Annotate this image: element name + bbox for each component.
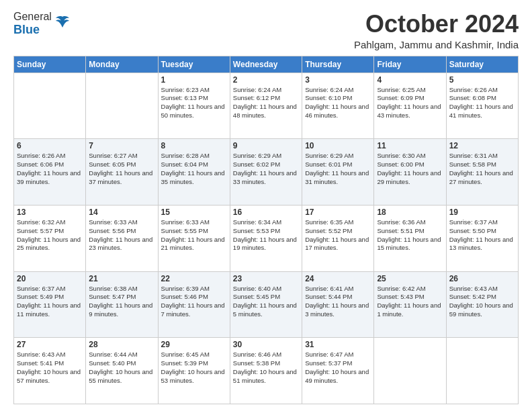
day-number: 21 xyxy=(89,274,154,283)
logo-text: General Blue xyxy=(13,11,52,37)
table-row: 16Sunrise: 6:34 AM Sunset: 5:53 PM Dayli… xyxy=(230,205,302,271)
table-row: 9Sunrise: 6:29 AM Sunset: 6:02 PM Daylig… xyxy=(230,139,302,205)
table-row xyxy=(446,338,518,404)
col-wednesday: Wednesday xyxy=(230,56,302,73)
table-row: 1Sunrise: 6:23 AM Sunset: 6:13 PM Daylig… xyxy=(158,73,230,139)
table-row: 7Sunrise: 6:27 AM Sunset: 6:05 PM Daylig… xyxy=(86,139,158,205)
cell-info: Sunrise: 6:39 AM Sunset: 5:46 PM Dayligh… xyxy=(161,285,227,319)
table-row: 8Sunrise: 6:28 AM Sunset: 6:04 PM Daylig… xyxy=(158,139,230,205)
table-row xyxy=(374,338,446,404)
day-number: 19 xyxy=(449,208,515,217)
day-number: 14 xyxy=(89,208,154,217)
day-number: 1 xyxy=(161,75,227,85)
cell-info: Sunrise: 6:32 AM Sunset: 5:57 PM Dayligh… xyxy=(17,218,83,253)
day-number: 26 xyxy=(449,274,515,283)
table-row: 14Sunrise: 6:33 AM Sunset: 5:56 PM Dayli… xyxy=(86,205,158,271)
cell-info: Sunrise: 6:37 AM Sunset: 5:50 PM Dayligh… xyxy=(449,218,515,253)
table-row: 2Sunrise: 6:24 AM Sunset: 6:12 PM Daylig… xyxy=(230,73,302,139)
cell-info: Sunrise: 6:33 AM Sunset: 5:56 PM Dayligh… xyxy=(89,218,154,253)
day-number: 29 xyxy=(161,340,227,349)
cell-info: Sunrise: 6:23 AM Sunset: 6:13 PM Dayligh… xyxy=(161,86,227,120)
calendar-header: Sunday Monday Tuesday Wednesday Thursday… xyxy=(14,56,519,73)
day-number: 7 xyxy=(89,141,154,150)
day-number: 5 xyxy=(449,75,515,85)
table-row: 6Sunrise: 6:26 AM Sunset: 6:06 PM Daylig… xyxy=(14,139,86,205)
title-block: October 2024 Pahlgam, Jammu and Kashmir,… xyxy=(354,11,519,50)
cell-info: Sunrise: 6:27 AM Sunset: 6:05 PM Dayligh… xyxy=(89,152,154,186)
day-number: 6 xyxy=(17,141,83,150)
table-row xyxy=(86,73,158,139)
location-title: Pahlgam, Jammu and Kashmir, India xyxy=(354,39,519,50)
cell-info: Sunrise: 6:38 AM Sunset: 5:47 PM Dayligh… xyxy=(89,285,154,319)
day-number: 8 xyxy=(161,141,227,150)
cell-info: Sunrise: 6:24 AM Sunset: 6:12 PM Dayligh… xyxy=(233,86,299,120)
table-row: 23Sunrise: 6:40 AM Sunset: 5:45 PM Dayli… xyxy=(230,271,302,338)
table-row: 3Sunrise: 6:24 AM Sunset: 6:10 PM Daylig… xyxy=(302,73,374,139)
day-number: 20 xyxy=(17,274,83,283)
day-number: 24 xyxy=(305,274,371,283)
day-number: 31 xyxy=(305,340,371,349)
calendar: Sunday Monday Tuesday Wednesday Thursday… xyxy=(13,56,519,404)
table-row: 21Sunrise: 6:38 AM Sunset: 5:47 PM Dayli… xyxy=(86,271,158,338)
logo-blue: Blue xyxy=(13,23,40,36)
calendar-week-row: 6Sunrise: 6:26 AM Sunset: 6:06 PM Daylig… xyxy=(14,139,519,205)
col-thursday: Thursday xyxy=(302,56,374,73)
cell-info: Sunrise: 6:33 AM Sunset: 5:55 PM Dayligh… xyxy=(161,218,227,253)
table-row: 19Sunrise: 6:37 AM Sunset: 5:50 PM Dayli… xyxy=(446,205,518,271)
table-row: 31Sunrise: 6:47 AM Sunset: 5:37 PM Dayli… xyxy=(302,338,374,404)
cell-info: Sunrise: 6:30 AM Sunset: 6:00 PM Dayligh… xyxy=(377,152,443,186)
col-monday: Monday xyxy=(86,56,158,73)
col-friday: Friday xyxy=(374,56,446,73)
cell-info: Sunrise: 6:37 AM Sunset: 5:49 PM Dayligh… xyxy=(17,285,83,319)
cell-info: Sunrise: 6:28 AM Sunset: 6:04 PM Dayligh… xyxy=(161,152,227,186)
day-number: 22 xyxy=(161,274,227,283)
day-number: 28 xyxy=(89,340,154,349)
cell-info: Sunrise: 6:46 AM Sunset: 5:38 PM Dayligh… xyxy=(233,351,299,385)
day-number: 10 xyxy=(305,141,371,150)
day-number: 2 xyxy=(233,75,299,85)
table-row: 15Sunrise: 6:33 AM Sunset: 5:55 PM Dayli… xyxy=(158,205,230,271)
day-number: 23 xyxy=(233,274,299,283)
table-row: 13Sunrise: 6:32 AM Sunset: 5:57 PM Dayli… xyxy=(14,205,86,271)
table-row: 18Sunrise: 6:36 AM Sunset: 5:51 PM Dayli… xyxy=(374,205,446,271)
table-row: 30Sunrise: 6:46 AM Sunset: 5:38 PM Dayli… xyxy=(230,338,302,404)
cell-info: Sunrise: 6:40 AM Sunset: 5:45 PM Dayligh… xyxy=(233,285,299,319)
calendar-week-row: 20Sunrise: 6:37 AM Sunset: 5:49 PM Dayli… xyxy=(14,271,519,338)
cell-info: Sunrise: 6:47 AM Sunset: 5:37 PM Dayligh… xyxy=(305,351,371,385)
col-tuesday: Tuesday xyxy=(158,56,230,73)
day-number: 27 xyxy=(17,340,83,349)
cell-info: Sunrise: 6:41 AM Sunset: 5:44 PM Dayligh… xyxy=(305,285,371,319)
cell-info: Sunrise: 6:34 AM Sunset: 5:53 PM Dayligh… xyxy=(233,218,299,253)
cell-info: Sunrise: 6:26 AM Sunset: 6:08 PM Dayligh… xyxy=(449,86,515,120)
cell-info: Sunrise: 6:26 AM Sunset: 6:06 PM Dayligh… xyxy=(17,152,83,186)
table-row xyxy=(14,73,86,139)
cell-info: Sunrise: 6:24 AM Sunset: 6:10 PM Dayligh… xyxy=(305,86,371,120)
logo: General Blue xyxy=(13,11,71,37)
logo-bird-icon xyxy=(54,15,71,30)
calendar-week-row: 13Sunrise: 6:32 AM Sunset: 5:57 PM Dayli… xyxy=(14,205,519,271)
day-number: 12 xyxy=(449,141,515,150)
logo-general: General xyxy=(13,11,52,22)
day-number: 4 xyxy=(377,75,443,85)
table-row: 24Sunrise: 6:41 AM Sunset: 5:44 PM Dayli… xyxy=(302,271,374,338)
table-row: 12Sunrise: 6:31 AM Sunset: 5:58 PM Dayli… xyxy=(446,139,518,205)
cell-info: Sunrise: 6:45 AM Sunset: 5:39 PM Dayligh… xyxy=(161,351,227,385)
table-row: 5Sunrise: 6:26 AM Sunset: 6:08 PM Daylig… xyxy=(446,73,518,139)
day-number: 25 xyxy=(377,274,443,283)
day-number: 15 xyxy=(161,208,227,217)
day-number: 18 xyxy=(377,208,443,217)
col-sunday: Sunday xyxy=(14,56,86,73)
calendar-body: 1Sunrise: 6:23 AM Sunset: 6:13 PM Daylig… xyxy=(14,73,519,404)
day-number: 9 xyxy=(233,141,299,150)
cell-info: Sunrise: 6:29 AM Sunset: 6:02 PM Dayligh… xyxy=(233,152,299,186)
col-saturday: Saturday xyxy=(446,56,518,73)
table-row: 20Sunrise: 6:37 AM Sunset: 5:49 PM Dayli… xyxy=(14,271,86,338)
header-row: Sunday Monday Tuesday Wednesday Thursday… xyxy=(14,56,519,73)
day-number: 13 xyxy=(17,208,83,217)
table-row: 27Sunrise: 6:43 AM Sunset: 5:41 PM Dayli… xyxy=(14,338,86,404)
cell-info: Sunrise: 6:36 AM Sunset: 5:51 PM Dayligh… xyxy=(377,218,443,253)
table-row: 11Sunrise: 6:30 AM Sunset: 6:00 PM Dayli… xyxy=(374,139,446,205)
day-number: 3 xyxy=(305,75,371,85)
cell-info: Sunrise: 6:29 AM Sunset: 6:01 PM Dayligh… xyxy=(305,152,371,186)
header: General Blue October 2024 Pahlgam, Jammu… xyxy=(13,11,519,50)
